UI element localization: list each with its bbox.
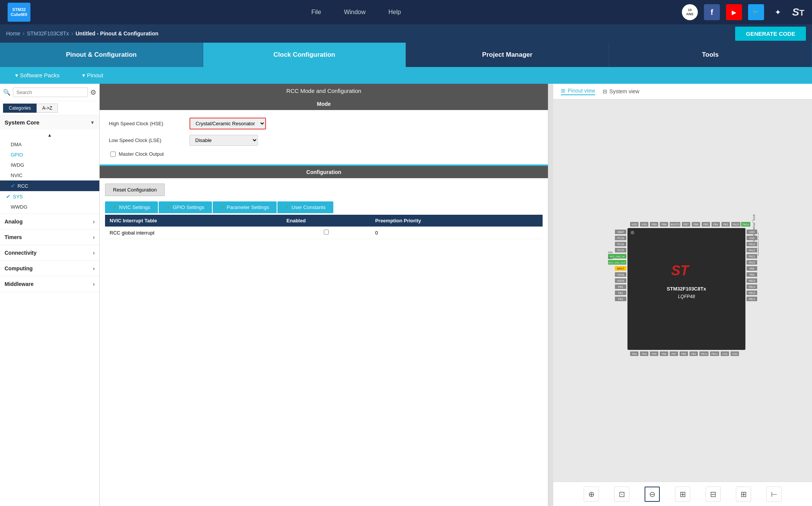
layout-button[interactable]: ⊟ [705, 487, 721, 502]
svg-text:PA11: PA11 [749, 255, 755, 258]
svg-text:PD1: PD1 [608, 257, 613, 260]
svg-text:VSS: VSS [749, 237, 755, 239]
st-brand-logo: ST [792, 6, 804, 18]
tab-project-manager[interactable]: Project Manager [406, 43, 609, 67]
master-clock-row: Master Clock Output [110, 151, 539, 157]
system-view-tab[interactable]: ⊟ System view [603, 88, 640, 94]
youtube-icon[interactable]: ▶ [726, 4, 742, 20]
priority-cell: 0 [371, 227, 543, 239]
svg-text:PA1: PA1 [618, 292, 623, 294]
chip-svg: SYS_JTCK-SWCLK VDD VSS PB9 PB8 BOOT0 PB7 [607, 192, 759, 389]
lse-select[interactable]: Disable [189, 135, 258, 146]
svg-text:VDD: VDD [749, 231, 755, 233]
sidebar-item-rcc[interactable]: ✔ RCC [0, 180, 99, 191]
sidebar-item-sys[interactable]: ✔ SYS [0, 191, 99, 202]
svg-text:PA6: PA6 [662, 353, 667, 355]
sub-tabs: ▾ Software Packs ▾ Pinout [0, 67, 812, 84]
chip-package-text: LQFP48 [678, 294, 695, 299]
timers-header[interactable]: Timers › [0, 230, 99, 245]
mode-section-header: Mode [100, 98, 548, 110]
breadcrumb-sep-2: › [71, 30, 73, 37]
svg-text:PB8: PB8 [661, 223, 666, 226]
export-button[interactable]: ⊞ [675, 487, 690, 502]
filter-categories-button[interactable]: Categories [3, 104, 37, 113]
nvic-settings-tab[interactable]: ✔ NVIC Settings [105, 201, 158, 213]
system-view-icon: ⊟ [603, 88, 607, 94]
gpio-settings-tab[interactable]: ✔ GPIO Settings [159, 201, 212, 213]
sidebar-item-iwdg[interactable]: IWDG [0, 160, 99, 170]
interrupt-name-cell: RCC global interrupt [105, 227, 282, 239]
pinout-tab[interactable]: ▾ Pinout [82, 72, 103, 79]
chip-st-logo: ST [671, 263, 690, 278]
table-row: RCC global interrupt 0 [105, 227, 543, 239]
master-clock-label: Master Clock Output [119, 151, 195, 157]
window-menu[interactable]: Window [344, 9, 366, 16]
breadcrumb-sep-1: › [22, 30, 24, 37]
sidebar-item-gpio[interactable]: GPIO [0, 150, 99, 160]
svg-text:PA9: PA9 [750, 267, 755, 270]
zoom-in-button[interactable]: ⊕ [584, 487, 599, 502]
pinout-view-tab[interactable]: ⊞ Pinout view [561, 88, 595, 95]
breadcrumb-project[interactable]: Untitled - Pinout & Configuration [76, 30, 159, 37]
cert-icon: 10ANS [682, 4, 698, 20]
tab-pinout-configuration[interactable]: Pinout & Configuration [0, 43, 203, 67]
svg-text:PB4: PB4 [713, 223, 718, 226]
col-interrupt-name: NVIC Interrupt Table [105, 215, 282, 227]
master-clock-checkbox[interactable] [110, 152, 116, 157]
svg-text:PB1: PB1 [691, 353, 696, 355]
analog-header[interactable]: Analog › [0, 214, 99, 229]
chevron-down-icon: ▼ [90, 120, 95, 125]
gpio-check-icon: ✔ [166, 204, 170, 210]
chevron-right-icon: › [93, 250, 95, 256]
expand-button[interactable]: ⊢ [766, 487, 782, 502]
file-menu[interactable]: File [311, 9, 321, 16]
connectivity-header[interactable]: Connectivity › [0, 245, 99, 260]
col-enabled: Enabled [282, 215, 371, 227]
filter-az-button[interactable]: A->Z [37, 104, 58, 113]
system-core-header[interactable]: System Core ▼ [0, 115, 99, 129]
search-input[interactable] [13, 88, 88, 97]
grid-button[interactable]: ⊞ [736, 487, 751, 502]
twitter-icon[interactable]: 🐦 [748, 4, 764, 20]
svg-text:VDD: VDD [632, 223, 637, 226]
computing-header[interactable]: Computing › [0, 261, 99, 276]
interrupt-enabled-checkbox[interactable] [324, 230, 329, 235]
breadcrumb-home[interactable]: Home [6, 30, 20, 37]
svg-text:RCC_OSC_OUT: RCC_OSC_OUT [608, 262, 626, 264]
middleware-header[interactable]: Middleware › [0, 276, 99, 292]
rcc-panel-title: RCC Mode and Configuration [100, 84, 548, 98]
parameter-settings-tab[interactable]: ✔ Parameter Settings [213, 201, 277, 213]
scroll-up-arrow: ▲ [0, 131, 99, 139]
svg-text:PB0: PB0 [681, 353, 686, 355]
sidebar-item-dma[interactable]: DMA [0, 139, 99, 150]
main-scrollbar[interactable] [548, 84, 553, 506]
tab-tools[interactable]: Tools [609, 43, 812, 67]
sidebar-section-computing: Computing › [0, 261, 99, 276]
network-icon[interactable]: ✦ [770, 4, 786, 20]
zoom-out-button[interactable]: ⊖ [645, 487, 660, 502]
social-icons: 10ANS f ▶ 🐦 ✦ ST [682, 4, 804, 20]
sidebar-filters: Categories A->Z [0, 101, 99, 115]
svg-text:VSSA: VSSA [617, 273, 624, 276]
user-constants-tab[interactable]: ✔ User Constants [277, 201, 333, 213]
settings-icon[interactable]: ⚙ [90, 88, 96, 97]
fit-view-button[interactable]: ⊡ [614, 487, 629, 502]
breadcrumb-device[interactable]: STM32F103C8Tx [27, 30, 69, 37]
sidebar: 🔍 ⚙ Categories A->Z System Core ▼ ▲ DMA … [0, 84, 100, 506]
content-area: 🔍 ⚙ Categories A->Z System Core ▼ ▲ DMA … [0, 84, 812, 506]
svg-text:PB9: PB9 [651, 223, 656, 226]
svg-text:PA14: PA14 [743, 223, 749, 226]
left-pins-group: VBAT PC13 PC14 PC15 RCC_OSC_IN PD0 RCC_O… [608, 230, 626, 301]
enabled-cell[interactable] [282, 227, 371, 239]
sidebar-item-nvic[interactable]: NVIC [0, 170, 99, 180]
sidebar-item-wwdg[interactable]: WWDG [0, 202, 99, 212]
reset-configuration-button[interactable]: Reset Configuration [105, 184, 165, 196]
chip-model-text: STM32F103C8Tx [667, 286, 706, 292]
help-menu[interactable]: Help [388, 9, 401, 16]
facebook-icon[interactable]: f [704, 4, 720, 20]
hse-select[interactable]: Crystal/Ceramic Resonator [189, 118, 266, 129]
software-packs-tab[interactable]: ▾ Software Packs [15, 72, 59, 79]
tab-clock-configuration[interactable]: Clock Configuration [203, 43, 406, 67]
generate-code-button[interactable]: GENERATE CODE [735, 27, 806, 41]
svg-text:PB14: PB14 [748, 286, 755, 288]
